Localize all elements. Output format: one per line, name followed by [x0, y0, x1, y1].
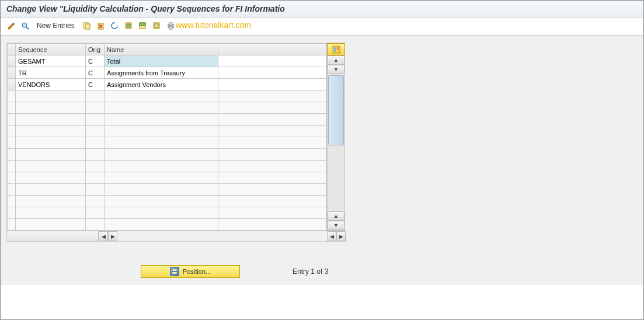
find-icon[interactable]: [19, 20, 31, 32]
scroll-left-icon[interactable]: ◀: [99, 231, 108, 241]
table-settings-button[interactable]: [327, 43, 345, 55]
table-row[interactable]: GESAMTCTotal: [8, 55, 326, 67]
cell-orig[interactable]: [86, 184, 105, 196]
table-row-empty[interactable]: [8, 207, 326, 219]
cell-orig[interactable]: [86, 207, 105, 219]
row-selector[interactable]: [8, 102, 16, 114]
cell-name[interactable]: [105, 207, 218, 219]
undo-change-icon[interactable]: [109, 20, 120, 32]
row-selector[interactable]: [8, 219, 16, 231]
hscroll-track[interactable]: [117, 231, 327, 241]
col-header-orig[interactable]: Orig: [86, 44, 105, 55]
copy-icon[interactable]: [81, 20, 92, 32]
cell-orig[interactable]: C: [86, 67, 105, 79]
toggle-display-change-icon[interactable]: [5, 20, 17, 32]
cell-sequence[interactable]: [16, 161, 86, 172]
cell-orig[interactable]: [86, 161, 105, 172]
col-header-name[interactable]: Name: [105, 44, 218, 55]
delete-icon[interactable]: [95, 20, 106, 32]
table-row-empty[interactable]: [8, 102, 326, 114]
table-row-empty[interactable]: [8, 149, 326, 161]
scroll-right-step-icon[interactable]: ▶: [108, 231, 117, 241]
row-selector[interactable]: [8, 137, 16, 149]
new-entries-button[interactable]: New Entries: [33, 20, 78, 31]
deselect-all-icon[interactable]: [151, 20, 162, 32]
row-selector[interactable]: [8, 196, 16, 207]
vscroll-track[interactable]: [328, 74, 344, 211]
row-selector[interactable]: [8, 161, 16, 172]
cell-orig[interactable]: [86, 219, 105, 231]
col-header-sequence[interactable]: Sequence: [16, 44, 86, 55]
cell-sequence[interactable]: [16, 91, 86, 102]
cell-name[interactable]: [105, 149, 218, 161]
row-selector[interactable]: [8, 91, 16, 102]
cell-sequence[interactable]: VENDORS: [16, 79, 86, 91]
table-row-empty[interactable]: [8, 137, 326, 149]
cell-orig[interactable]: [86, 114, 105, 126]
cell-orig[interactable]: [86, 149, 105, 161]
table-row[interactable]: TRCAssignments from Treasury: [8, 67, 326, 79]
cell-orig[interactable]: [86, 172, 105, 184]
row-selector[interactable]: [8, 149, 16, 161]
data-grid[interactable]: Sequence Orig Name GESAMTCTotalTRCAssign…: [7, 43, 326, 231]
scroll-down-step-icon[interactable]: ▼: [328, 65, 344, 74]
cell-sequence[interactable]: [16, 219, 86, 231]
cell-sequence[interactable]: [16, 207, 86, 219]
table-row-empty[interactable]: [8, 161, 326, 172]
scroll-down-icon[interactable]: ▼: [328, 221, 344, 230]
table-row-empty[interactable]: [8, 219, 326, 231]
cell-sequence[interactable]: [16, 184, 86, 196]
select-block-icon[interactable]: [137, 20, 148, 32]
cell-name[interactable]: [105, 161, 218, 172]
table-row-empty[interactable]: [8, 91, 326, 102]
select-all-icon[interactable]: [123, 20, 134, 32]
cell-name[interactable]: [105, 137, 218, 149]
cell-sequence[interactable]: [16, 196, 86, 207]
scroll-up-icon[interactable]: ▲: [328, 55, 344, 65]
cell-name[interactable]: Total: [105, 55, 218, 67]
cell-orig[interactable]: [86, 126, 105, 137]
horizontal-scrollbar[interactable]: ◀ ▶ ◀ ▶: [7, 231, 346, 241]
cell-sequence[interactable]: [16, 114, 86, 126]
table-row-empty[interactable]: [8, 172, 326, 184]
cell-sequence[interactable]: [16, 102, 86, 114]
cell-name[interactable]: [105, 102, 218, 114]
row-selector[interactable]: [8, 172, 16, 184]
vscroll-thumb[interactable]: [328, 75, 344, 145]
cell-sequence[interactable]: TR: [16, 67, 86, 79]
cell-orig[interactable]: [86, 91, 105, 102]
row-selector[interactable]: [8, 79, 16, 91]
cell-name[interactable]: [105, 114, 218, 126]
cell-name[interactable]: [105, 196, 218, 207]
table-row-empty[interactable]: [8, 126, 326, 137]
row-selector[interactable]: [8, 184, 16, 196]
cell-name[interactable]: [105, 172, 218, 184]
cell-name[interactable]: [105, 91, 218, 102]
row-selector[interactable]: [8, 67, 16, 79]
scroll-left-step-icon[interactable]: ◀: [327, 231, 336, 241]
cell-name[interactable]: [105, 184, 218, 196]
scroll-right-icon[interactable]: ▶: [336, 231, 346, 241]
row-selector[interactable]: [8, 207, 16, 219]
row-selector[interactable]: [8, 55, 16, 67]
cell-sequence[interactable]: [16, 126, 86, 137]
row-selector[interactable]: [8, 126, 16, 137]
position-button[interactable]: Position...: [141, 265, 240, 278]
scroll-up-step-icon[interactable]: ▲: [328, 211, 344, 221]
cell-orig[interactable]: [86, 196, 105, 207]
cell-orig[interactable]: [86, 102, 105, 114]
cell-sequence[interactable]: GESAMT: [16, 55, 86, 67]
cell-sequence[interactable]: [16, 172, 86, 184]
vertical-scrollbar[interactable]: ▲ ▼ ▲ ▼: [327, 55, 345, 231]
cell-name[interactable]: Assignment Vendors: [105, 79, 218, 91]
table-row-empty[interactable]: [8, 114, 326, 126]
cell-name[interactable]: Assignments from Treasury: [105, 67, 218, 79]
cell-name[interactable]: [105, 219, 218, 231]
row-selector[interactable]: [8, 114, 16, 126]
cell-name[interactable]: [105, 126, 218, 137]
cell-orig[interactable]: C: [86, 79, 105, 91]
cell-sequence[interactable]: [16, 137, 86, 149]
table-row[interactable]: VENDORSCAssignment Vendors: [8, 79, 326, 91]
table-row-empty[interactable]: [8, 184, 326, 196]
print-icon[interactable]: [165, 20, 176, 32]
